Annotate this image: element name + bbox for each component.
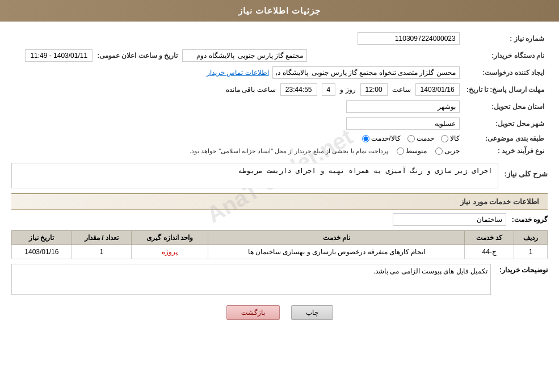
announce-value: 1403/01/11 - 11:49 [25, 49, 93, 62]
need-number-label: شماره نیاز : [463, 30, 548, 47]
general-description-section: AnaT ender.net شرح کلی نیاز: [11, 163, 548, 188]
category-option-3: کالا/خدمت [362, 134, 400, 142]
process-option-1: جزیی [435, 147, 460, 155]
buyer-notes-label: توضیحات خریدار: [497, 264, 548, 274]
page-header: جزئیات اطلاعات نیاز [0, 0, 559, 22]
process-option-2: متوسط [397, 147, 427, 155]
process-label-2: متوسط [406, 147, 427, 155]
category-radio-2[interactable] [407, 135, 415, 142]
services-header-row: ردیف کد خدمت نام خدمت واحد اندازه گیری ت… [12, 231, 548, 245]
deadline-day-label: روز و [340, 86, 355, 94]
need-number-input[interactable] [358, 32, 460, 45]
row-category: طبقه بندی موضوعی: کالا/خدمت خدمت کالا [11, 132, 548, 145]
process-radio-1[interactable] [435, 147, 443, 155]
deadline-date: 1403/01/16 [415, 83, 460, 96]
category-label-2: خدمت [417, 134, 434, 142]
creator-input[interactable] [272, 66, 460, 79]
row-process: نوع فرآیند خرید : جزیی متوسط پرداخت تمام… [11, 145, 548, 157]
creator-contact-link[interactable]: اطلاعات تماس خریدار [207, 69, 269, 77]
cell-date: 1403/01/16 [12, 245, 72, 259]
row-deadline: مهلت ارسال پاسخ: تا تاریخ: 1403/01/16 سا… [11, 81, 548, 98]
deadline-label: مهلت ارسال پاسخ: تا تاریخ: [463, 81, 548, 98]
general-desc-input[interactable] [11, 163, 498, 188]
col-code: کد خدمت [465, 231, 514, 245]
buttons-row: چاپ بازگشت [11, 305, 548, 320]
services-table-head: ردیف کد خدمت نام خدمت واحد اندازه گیری ت… [12, 231, 548, 245]
deadline-remaining: ساعت باقی مانده [226, 86, 276, 94]
service-group-label: گروه خدمت: [512, 216, 548, 224]
province-input[interactable] [346, 100, 460, 113]
page-wrapper: جزئیات اطلاعات نیاز شماره نیاز : نام دست… [0, 0, 559, 392]
col-unit: واحد اندازه گیری [132, 231, 208, 245]
city-label: شهر محل تحویل: [463, 115, 548, 132]
general-desc-label: شرح کلی نیاز: [504, 167, 548, 180]
back-button[interactable]: بازگشت [226, 305, 280, 320]
category-label: طبقه بندی موضوعی: [463, 132, 548, 145]
city-input[interactable] [346, 117, 460, 130]
deadline-countdown: 23:44:55 [280, 86, 317, 94]
creator-value: اطلاعات تماس خریدار [11, 64, 463, 81]
row-creator: ایجاد کننده درخواست: اطلاعات تماس خریدار [11, 64, 548, 81]
buyer-org-value: تاریخ و ساعت اعلان عمومی: 1403/01/11 - 1… [22, 47, 463, 64]
category-option-2: خدمت [407, 134, 434, 142]
buyer-notes-section: توضیحات خریدار: [11, 264, 548, 297]
main-content: شماره نیاز : نام دستگاه خریدار: تاریخ و … [0, 22, 559, 328]
countdown-value: 23:44:55 [280, 83, 317, 96]
buyer-notes-textarea[interactable] [11, 264, 491, 295]
cell-quantity: 1 [72, 245, 132, 259]
process-label: نوع فرآیند خرید : [463, 145, 548, 157]
process-radio-2[interactable] [397, 147, 404, 155]
category-radio-1[interactable] [441, 135, 448, 142]
page-title: جزئیات اطلاعات نیاز [238, 6, 321, 15]
buyer-org-label: نام دستگاه خریدار: [463, 47, 548, 64]
print-button[interactable]: چاپ [291, 305, 333, 320]
need-number-value [48, 30, 463, 47]
service-group-row: گروه خدمت: [11, 213, 548, 226]
cell-unit: پروژه [132, 245, 208, 259]
row-need-number: شماره نیاز : [11, 30, 548, 47]
announce-label: تاریخ و ساعت اعلان عمومی: [97, 52, 178, 60]
category-option-1: کالا [441, 134, 460, 142]
services-title: اطلاعات خدمات مورد نیاز [11, 193, 548, 210]
cell-name: انجام کارهای متفرقه درخصوص بازسازی و بهس… [208, 245, 465, 259]
creator-label: ایجاد کننده درخواست: [463, 64, 548, 81]
col-name: نام خدمت [208, 231, 465, 245]
col-row: ردیف [514, 231, 548, 245]
services-table: ردیف کد خدمت نام خدمت واحد اندازه گیری ت… [11, 230, 548, 259]
process-label-1: جزیی [444, 147, 460, 155]
col-quantity: تعداد / مقدار [72, 231, 132, 245]
category-radio-group: کالا/خدمت خدمت کالا [15, 134, 460, 142]
process-note: پرداخت تمام یا بخشی از مبلغ خریدار از مح… [190, 147, 388, 155]
info-table: شماره نیاز : نام دستگاه خریدار: تاریخ و … [11, 30, 548, 157]
table-row: 1 ج-44 انجام کارهای متفرقه درخصوص بازساز… [12, 245, 548, 259]
services-table-body: 1 ج-44 انجام کارهای متفرقه درخصوص بازساز… [12, 245, 548, 259]
deadline-time-label: ساعت [392, 86, 411, 94]
service-group-input[interactable] [393, 213, 506, 226]
category-radio-3[interactable] [362, 135, 369, 142]
deadline-days: 4 [322, 83, 336, 96]
deadline-time: 12:00 [360, 83, 388, 96]
cell-row: 1 [514, 245, 548, 259]
row-province: استان محل تحویل: [11, 98, 548, 115]
cell-code: ج-44 [465, 245, 514, 259]
col-date: تاریخ نیاز [12, 231, 72, 245]
row-city: شهر محل تحویل: [11, 115, 548, 132]
province-label: استان محل تحویل: [463, 98, 548, 115]
description-wrapper: شرح کلی نیاز: [11, 163, 548, 188]
category-label-3: کالا/خدمت [371, 134, 400, 142]
buyer-org-input[interactable] [182, 49, 307, 62]
category-label-1: کالا [450, 134, 460, 142]
row-buyer-org-announce: نام دستگاه خریدار: تاریخ و ساعت اعلان عم… [11, 47, 548, 64]
